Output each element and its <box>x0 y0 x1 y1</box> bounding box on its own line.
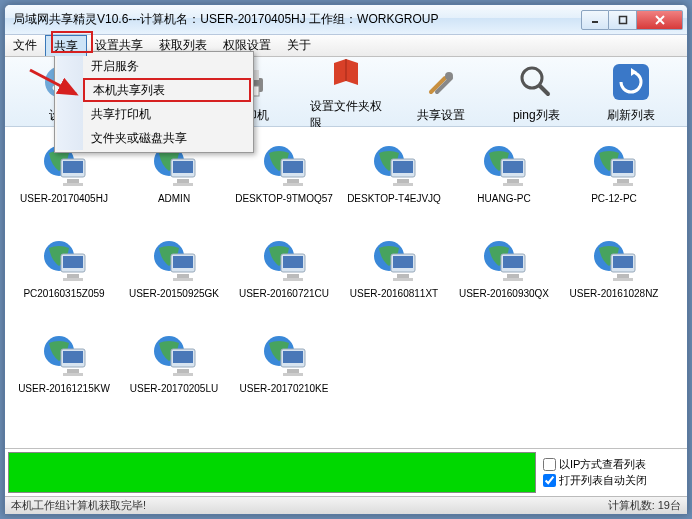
minimize-icon <box>590 15 600 25</box>
toolbar-btn-6[interactable]: 刷新列表 <box>595 60 667 124</box>
maximize-icon <box>618 15 628 25</box>
close-icon <box>654 14 666 26</box>
computer-item[interactable]: DESKTOP-T4EJVJQ <box>339 135 449 230</box>
computer-label: USER-20170205LU <box>130 383 218 394</box>
computer-item[interactable]: USER-20160721CU <box>229 230 339 325</box>
svg-rect-63 <box>177 274 189 278</box>
computer-label: PC-12-PC <box>591 193 637 204</box>
computer-label: USER-20160721CU <box>239 288 329 299</box>
menu-share[interactable]: 共享 <box>45 35 87 56</box>
computer-label: USER-20170405HJ <box>20 193 108 204</box>
svg-rect-52 <box>613 183 633 186</box>
svg-rect-94 <box>63 373 83 376</box>
computer-label: ADMIN <box>158 193 190 204</box>
svg-point-13 <box>445 72 453 80</box>
svg-rect-70 <box>283 278 303 281</box>
share-dropdown: 开启服务 本机共享列表 共享打印机 文件夹或磁盘共享 <box>54 51 254 153</box>
close-button[interactable] <box>637 10 683 30</box>
svg-rect-20 <box>63 161 83 173</box>
svg-rect-40 <box>393 183 413 186</box>
svg-rect-58 <box>63 278 83 281</box>
book-icon <box>324 51 368 95</box>
svg-rect-22 <box>63 183 83 186</box>
computer-label: USER-20160811XT <box>350 288 438 299</box>
computer-icon <box>149 236 199 284</box>
svg-rect-46 <box>503 183 523 186</box>
computer-label: USER-20161028NZ <box>570 288 659 299</box>
svg-rect-81 <box>507 274 519 278</box>
svg-rect-105 <box>287 369 299 373</box>
dropdown-item-startservice[interactable]: 开启服务 <box>57 54 251 78</box>
svg-rect-93 <box>67 369 79 373</box>
refresh-icon <box>609 60 653 104</box>
menu-file[interactable]: 文件 <box>5 35 45 56</box>
svg-rect-69 <box>287 274 299 278</box>
computer-list[interactable]: USER-20170405HJ ADMIN DESKTOP-9TMOQ57 DE… <box>5 127 687 448</box>
computer-item[interactable]: USER-20160811XT <box>339 230 449 325</box>
computer-label: USER-20150925GK <box>129 288 219 299</box>
computer-label: PC20160315Z059 <box>23 288 104 299</box>
svg-rect-75 <box>397 274 409 278</box>
svg-rect-74 <box>393 256 413 268</box>
computer-label: DESKTOP-T4EJVJQ <box>347 193 441 204</box>
toolbar-btn-5[interactable]: ping列表 <box>500 60 572 124</box>
svg-rect-39 <box>397 179 409 183</box>
checkbox-ip-view[interactable]: 以IP方式查看列表 <box>543 457 687 472</box>
computer-icon <box>259 236 309 284</box>
computer-item[interactable]: USER-20170210KE <box>229 325 339 420</box>
svg-rect-51 <box>617 179 629 183</box>
svg-rect-87 <box>617 274 629 278</box>
dropdown-item-localsharelist[interactable]: 本机共享列表 <box>57 78 251 102</box>
svg-rect-45 <box>507 179 519 183</box>
svg-rect-106 <box>283 373 303 376</box>
window-title: 局域网共享精灵V10.6---计算机名：USER-20170405HJ 工作组：… <box>13 11 581 28</box>
dropdown-item-shareprinter[interactable]: 共享打印机 <box>57 102 251 126</box>
statusbar: 本机工作组计算机获取完毕! 计算机数: 19台 <box>5 496 687 514</box>
svg-rect-104 <box>283 351 303 363</box>
computer-item[interactable]: USER-20161028NZ <box>559 230 669 325</box>
titlebar: 局域网共享精灵V10.6---计算机名：USER-20170405HJ 工作组：… <box>5 5 687 35</box>
computer-item[interactable]: PC20160315Z059 <box>9 230 119 325</box>
toolbar-btn-4[interactable]: 共享设置 <box>405 60 477 124</box>
computer-item[interactable]: USER-20160930QX <box>449 230 559 325</box>
minimize-button[interactable] <box>581 10 609 30</box>
computer-icon <box>259 141 309 189</box>
computer-icon <box>479 236 529 284</box>
computer-icon <box>589 236 639 284</box>
computer-label: USER-20161215KW <box>18 383 110 394</box>
footer: 以IP方式查看列表 打开列表自动关闭 <box>5 448 687 496</box>
svg-rect-88 <box>613 278 633 281</box>
computer-item[interactable]: HUANG-PC <box>449 135 559 230</box>
tools-icon <box>419 60 463 104</box>
computer-icon <box>39 236 89 284</box>
svg-rect-80 <box>503 256 523 268</box>
computer-item[interactable]: PC-12-PC <box>559 135 669 230</box>
computer-icon <box>589 141 639 189</box>
svg-rect-92 <box>63 351 83 363</box>
svg-rect-62 <box>173 256 193 268</box>
svg-rect-26 <box>173 161 193 173</box>
svg-rect-68 <box>283 256 303 268</box>
computer-item[interactable]: USER-20150925GK <box>119 230 229 325</box>
svg-line-15 <box>540 86 548 94</box>
svg-rect-82 <box>503 278 523 281</box>
computer-icon <box>39 331 89 379</box>
maximize-button[interactable] <box>609 10 637 30</box>
computer-item[interactable]: USER-20161215KW <box>9 325 119 420</box>
toolbar-btn-3[interactable]: 设置文件夹权限 <box>310 51 382 132</box>
magnifier-icon <box>514 60 558 104</box>
svg-rect-33 <box>287 179 299 183</box>
dropdown-item-folderdiskshare[interactable]: 文件夹或磁盘共享 <box>57 126 251 150</box>
svg-rect-100 <box>173 373 193 376</box>
svg-rect-27 <box>177 179 189 183</box>
computer-label: DESKTOP-9TMOQ57 <box>235 193 333 204</box>
svg-rect-32 <box>283 161 303 173</box>
app-window: 局域网共享精灵V10.6---计算机名：USER-20170405HJ 工作组：… <box>4 4 688 515</box>
computer-item[interactable]: USER-20170205LU <box>119 325 229 420</box>
svg-rect-28 <box>173 183 193 186</box>
checkbox-auto-close[interactable]: 打开列表自动关闭 <box>543 473 687 488</box>
computer-icon <box>479 141 529 189</box>
svg-rect-56 <box>63 256 83 268</box>
svg-rect-1 <box>619 16 626 23</box>
svg-rect-99 <box>177 369 189 373</box>
